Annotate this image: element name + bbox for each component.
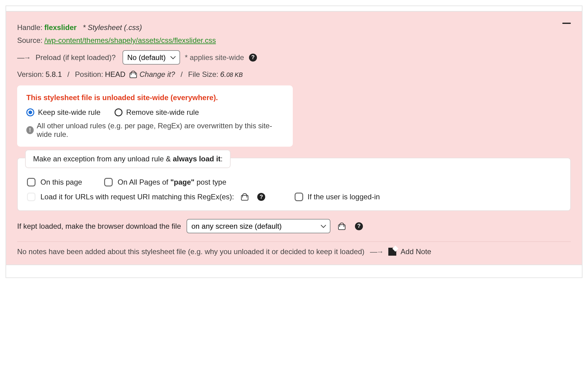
meta-row: Version: 5.8.1 / Position: HEAD Change i… xyxy=(17,70,571,79)
position-label: Position: xyxy=(75,70,103,79)
lock-icon xyxy=(241,193,247,201)
exception-fieldset: Make an exception from any unload rule &… xyxy=(17,158,571,211)
pipe-2: / xyxy=(181,70,183,79)
help-icon[interactable]: ? xyxy=(249,54,257,62)
version-value: 5.8.1 xyxy=(46,70,62,79)
position-value: HEAD xyxy=(105,70,126,79)
bottom-spacer xyxy=(6,265,582,277)
screen-size-row: If kept loaded, make the browser downloa… xyxy=(17,219,571,233)
no-notes-text: No notes have been added about this styl… xyxy=(17,247,364,256)
source-link[interactable]: /wp-content/themes/shapely/assets/css/fl… xyxy=(44,36,216,45)
filesize-value: 6.08 KB xyxy=(220,70,243,79)
sitewide-radio-row: Keep site-wide rule Remove site-wide rul… xyxy=(26,108,284,117)
top-spacer xyxy=(6,6,582,12)
sitewide-title: This stylesheet file is unloaded site-wi… xyxy=(26,93,284,102)
help-icon[interactable]: ? xyxy=(257,193,265,201)
notes-row: No notes have been added about this styl… xyxy=(17,247,571,256)
asset-editor-container: Handle: flexslider * Stylesheet (.css) S… xyxy=(6,6,582,278)
handle-value: flexslider xyxy=(44,23,77,32)
applies-sitewide: * applies site-wide xyxy=(185,53,244,62)
arrow-right-icon xyxy=(17,53,34,62)
sitewide-card: This stylesheet file is unloaded site-wi… xyxy=(17,85,293,147)
preload-label: Preload (if kept loaded)? xyxy=(36,53,116,62)
logged-in-checkbox[interactable] xyxy=(295,193,303,201)
exception-row-1: On this page On All Pages of "page" post… xyxy=(27,178,561,186)
arrow-right-icon xyxy=(367,247,386,256)
add-note-button[interactable]: Add Note xyxy=(401,247,431,256)
version-label: Version: xyxy=(17,70,44,79)
edit-icon xyxy=(388,248,396,256)
keep-sitewide-radio[interactable]: Keep site-wide rule xyxy=(26,108,100,117)
radio-dot-icon xyxy=(115,108,123,116)
source-row: Source: /wp-content/themes/shapely/asset… xyxy=(17,36,571,45)
exception-row-2: Load it for URLs with request URI matchi… xyxy=(27,193,561,201)
logged-in-wrap: If the user is logged-in xyxy=(295,193,380,201)
screen-size-select[interactable]: on any screen size (default) xyxy=(187,219,330,233)
screen-size-label: If kept loaded, make the browser downloa… xyxy=(17,222,181,231)
filesize-label: File Size: xyxy=(188,70,218,79)
on-this-page-label: On this page xyxy=(40,178,82,186)
handle-label: Handle: xyxy=(17,23,43,32)
source-label: Source: xyxy=(17,36,43,45)
lock-icon xyxy=(129,71,136,78)
help-icon[interactable]: ? xyxy=(355,222,363,230)
pipe-1: / xyxy=(67,70,70,79)
radio-dot-icon xyxy=(26,108,34,116)
remove-sitewide-radio[interactable]: Remove site-wide rule xyxy=(115,108,199,117)
sitewide-info: ! All other unload rules (e.g. per page,… xyxy=(26,122,284,139)
collapse-toggle[interactable] xyxy=(562,23,571,24)
preload-select[interactable]: No (default) xyxy=(123,50,180,65)
handle-row: Handle: flexslider * Stylesheet (.css) xyxy=(17,23,571,32)
sitewide-info-text: All other unload rules (e.g. per page, R… xyxy=(37,122,284,139)
regex-label: Load it for URLs with request URI matchi… xyxy=(40,193,234,201)
keep-sitewide-label: Keep site-wide rule xyxy=(38,108,100,117)
on-this-page-checkbox[interactable] xyxy=(27,178,36,186)
on-all-pages-checkbox[interactable] xyxy=(104,178,113,186)
asset-panel: Handle: flexslider * Stylesheet (.css) S… xyxy=(6,12,582,265)
preload-row: Preload (if kept loaded)? No (default) *… xyxy=(17,50,571,65)
change-position-link[interactable]: Change it? xyxy=(140,70,175,79)
info-icon: ! xyxy=(26,126,34,134)
asset-type: * Stylesheet (.css) xyxy=(83,23,142,32)
logged-in-label: If the user is logged-in xyxy=(307,193,380,201)
lock-icon xyxy=(338,223,345,230)
exception-legend: Make an exception from any unload rule &… xyxy=(25,150,231,168)
on-all-pages-label: On All Pages of "page" post type xyxy=(118,178,226,186)
divider xyxy=(17,241,571,242)
remove-sitewide-label: Remove site-wide rule xyxy=(126,108,199,117)
regex-checkbox[interactable] xyxy=(27,193,36,201)
